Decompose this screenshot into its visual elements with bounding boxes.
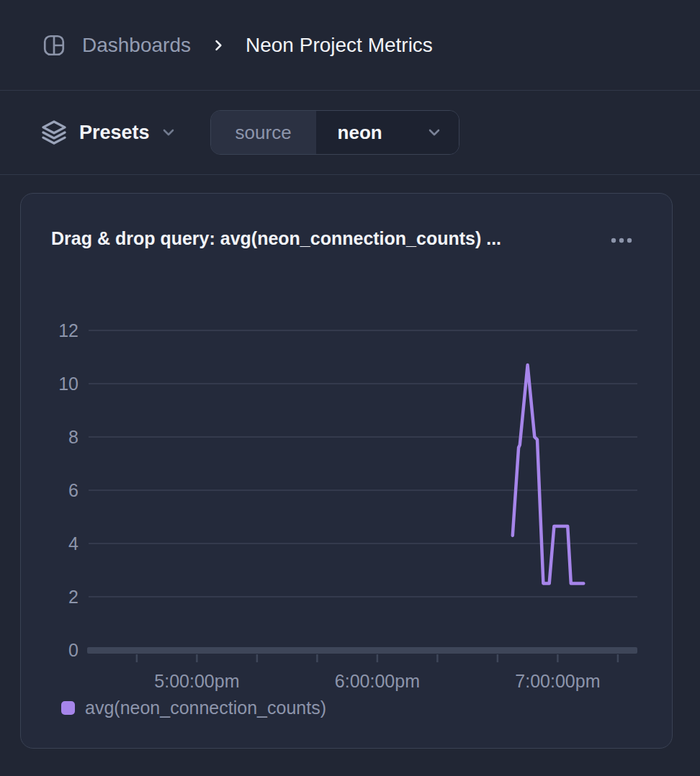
svg-text:10: 10 bbox=[58, 374, 78, 394]
line-chart[interactable]: 0246810125:00:00pm6:00:00pm7:00:00pm bbox=[21, 194, 673, 749]
dashboard-layout-icon bbox=[42, 33, 66, 58]
ellipsis-icon bbox=[610, 237, 633, 244]
filter-key-label: source bbox=[211, 111, 316, 154]
svg-text:4: 4 bbox=[68, 533, 78, 554]
svg-text:7:00:00pm: 7:00:00pm bbox=[515, 671, 600, 691]
svg-text:6: 6 bbox=[68, 480, 78, 500]
legend-swatch bbox=[61, 701, 75, 715]
chevron-down-icon bbox=[426, 124, 443, 141]
filter-value-container: neon bbox=[316, 111, 459, 154]
layers-icon bbox=[40, 119, 68, 146]
chevron-right-icon bbox=[211, 38, 225, 53]
breadcrumb-dashboards-link[interactable]: Dashboards bbox=[82, 34, 191, 57]
chevron-down-icon bbox=[160, 124, 177, 141]
svg-text:12: 12 bbox=[58, 320, 78, 340]
chart-title: Drag & drop query: avg(neon_connection_c… bbox=[51, 228, 501, 249]
source-filter-dropdown[interactable]: source neon bbox=[210, 110, 459, 155]
page-title: Neon Project Metrics bbox=[246, 34, 433, 57]
presets-label: Presets bbox=[79, 122, 150, 144]
svg-text:6:00:00pm: 6:00:00pm bbox=[335, 671, 420, 691]
chart-legend[interactable]: avg(neon_connection_counts) bbox=[61, 698, 326, 718]
toolbar: Presets source neon bbox=[0, 91, 700, 175]
presets-button[interactable]: Presets bbox=[40, 119, 177, 146]
card-menu-button[interactable] bbox=[610, 231, 633, 250]
svg-text:8: 8 bbox=[68, 427, 78, 447]
breadcrumb-bar: Dashboards Neon Project Metrics bbox=[0, 0, 700, 91]
query-chart-card: 0246810125:00:00pm6:00:00pm7:00:00pm Dra… bbox=[20, 193, 673, 749]
filter-value-label: neon bbox=[338, 122, 382, 144]
svg-text:2: 2 bbox=[68, 587, 78, 607]
svg-text:5:00:00pm: 5:00:00pm bbox=[154, 671, 239, 691]
legend-label: avg(neon_connection_counts) bbox=[85, 698, 326, 718]
svg-text:0: 0 bbox=[68, 640, 78, 660]
